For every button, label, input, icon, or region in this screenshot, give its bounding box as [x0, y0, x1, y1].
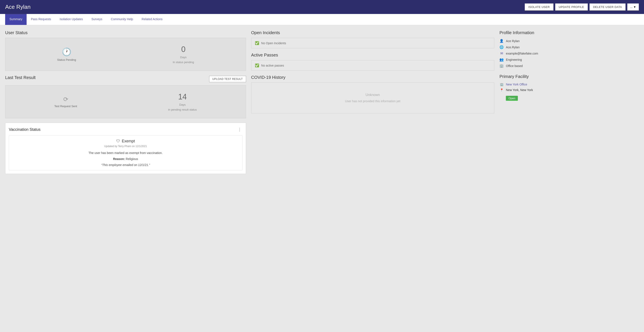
days-number: 0	[181, 45, 186, 54]
covid-history-card: Unknown User has not provided this infor…	[251, 83, 494, 113]
active-passes-section: Active Passes ✅ No active passes	[251, 53, 494, 71]
employee-quote: “This employee emailed on 12/1/21.”	[12, 163, 239, 167]
delete-user-data-button[interactable]: DELETE USER DATA	[590, 4, 626, 11]
no-incidents-label: No Open Incidents	[261, 42, 286, 45]
vaccination-card: 🛡 Exempt Updated by Terry Pham on 12/1/2…	[9, 135, 242, 170]
profile-info-section: Profile Information 👤 Ace Rylan 🌐 Ace.Ry…	[500, 30, 639, 69]
check-circle-icon: ✅	[255, 41, 259, 45]
reason-line: Reason: Religious	[12, 157, 239, 161]
user-status-section: User Status 🕐 Status Pending 0 Days In s…	[5, 30, 246, 71]
reason-value: Religious	[126, 157, 138, 161]
test-result-header: Last Test Result UPLOAD TEST RESULT	[5, 75, 246, 83]
tab-pass-requests[interactable]: Pass Requests	[26, 14, 55, 25]
vaccination-header: Vaccination Status ⋮	[9, 126, 242, 133]
profile-email-item: ✉ example@fakefake.com	[500, 50, 639, 57]
facility-open-badge: Open	[506, 96, 518, 101]
test-result-card: ⟳ Test Request Sent 14 Days in pending r…	[5, 85, 246, 118]
tabs-nav: Summary Pass Requests Isolation Updates …	[0, 14, 644, 25]
covid-history-section: COVID-19 History Unknown User has not pr…	[251, 75, 494, 113]
facility-building-icon: 🏢	[500, 83, 504, 86]
active-passes-card: ✅ No active passes	[251, 60, 494, 71]
profile-name-item: 👤 Ace Rylan	[500, 38, 639, 44]
days-pending-item: 14 Days in pending result status	[168, 92, 197, 111]
email-icon: ✉	[500, 51, 504, 55]
days-in-status-item: 0 Days In status pending	[173, 45, 194, 64]
shield-check-icon: 🛡	[116, 139, 120, 143]
test-request-sent-item: ⟳ Test Request Sent	[54, 96, 77, 108]
facility-name-item: 🏢 New York Office	[500, 82, 639, 87]
person-icon: 👤	[500, 39, 504, 43]
primary-facility-section: Primary Facility 🏢 New York Office 📍 New…	[500, 74, 639, 101]
vaccination-status-section: Vaccination Status ⋮ 🛡 Exempt Updated by…	[5, 123, 246, 174]
isolate-user-button[interactable]: ISOLATE USER	[525, 4, 554, 11]
more-options-button[interactable]: ... ▼	[627, 4, 639, 11]
profile-username-item: 🌐 Ace.Rylan	[500, 44, 639, 50]
tab-surveys[interactable]: Surveys	[87, 14, 106, 25]
active-passes-title: Active Passes	[251, 53, 494, 58]
spinner-icon: ⟳	[63, 96, 68, 103]
profile-work-type: Office based	[506, 64, 522, 68]
building-icon: 🏢	[500, 64, 504, 68]
facility-name-link[interactable]: New York Office	[506, 83, 527, 86]
covid-description: User has not provided this information y…	[345, 99, 400, 103]
days-label: Days	[180, 56, 187, 59]
vaccination-options-button[interactable]: ⋮	[237, 126, 242, 133]
open-incidents-title: Open Incidents	[251, 30, 494, 35]
people-icon: 👥	[500, 58, 504, 62]
tab-isolation-updates[interactable]: Isolation Updates	[55, 14, 87, 25]
upload-test-result-button[interactable]: UPLOAD TEST RESULT	[209, 76, 246, 82]
map-pin-icon: 📍	[500, 88, 504, 92]
left-column: User Status 🕐 Status Pending 0 Days In s…	[5, 30, 246, 324]
profile-info-title: Profile Information	[500, 30, 639, 35]
facility-location-item: 📍 New York, New York	[500, 87, 639, 93]
covid-unknown-label: Unknown	[366, 93, 380, 97]
profile-username: Ace.Rylan	[506, 46, 520, 49]
facility-location: New York, New York	[506, 88, 533, 92]
no-passes-label: No active passes	[261, 64, 284, 67]
reason-label: Reason:	[113, 157, 125, 161]
status-pending-item: 🕐 Status Pending	[57, 48, 76, 61]
tab-related-actions[interactable]: Related Actions	[137, 14, 167, 25]
exempt-title: 🛡 Exempt	[12, 139, 239, 143]
profile-work-type-item: 🏢 Office based	[500, 63, 639, 69]
user-status-title: User Status	[5, 30, 246, 35]
page-title: Ace Rylan	[5, 4, 31, 10]
covid-history-title: COVID-19 History	[251, 75, 494, 80]
profile-email: example@fakefake.com	[506, 52, 538, 55]
right-column: Profile Information 👤 Ace Rylan 🌐 Ace.Ry…	[500, 30, 639, 324]
test-days-number: 14	[178, 92, 187, 101]
test-result-title: Last Test Result	[5, 75, 36, 80]
profile-department: Engineering	[506, 58, 522, 61]
status-pending-label: Status Pending	[57, 58, 76, 61]
open-incidents-section: Open Incidents ✅ No Open Incidents	[251, 30, 494, 48]
test-status-label: Test Request Sent	[54, 105, 77, 108]
open-incidents-card: ✅ No Open Incidents	[251, 38, 494, 48]
check-circle-passes-icon: ✅	[255, 63, 259, 68]
exempt-label: Exempt	[122, 139, 135, 143]
primary-facility-title: Primary Facility	[500, 74, 639, 79]
header: Ace Rylan ISOLATE USER UPDATE PROFILE DE…	[0, 0, 644, 14]
tab-summary[interactable]: Summary	[5, 14, 26, 25]
pending-result-label: in pending result status	[168, 108, 197, 111]
test-days-label: Days	[179, 103, 186, 106]
exempt-description: The user has been marked as exempt from …	[12, 151, 239, 155]
main-content: User Status 🕐 Status Pending 0 Days In s…	[0, 25, 644, 329]
ellipsis-icon: ...	[630, 5, 632, 9]
user-status-card: 🕐 Status Pending 0 Days In status pendin…	[5, 38, 246, 71]
globe-icon: 🌐	[500, 45, 504, 49]
in-status-label: In status pending	[173, 61, 194, 64]
middle-column: Open Incidents ✅ No Open Incidents Activ…	[246, 30, 500, 324]
vaccination-title: Vaccination Status	[9, 127, 40, 132]
clock-icon: 🕐	[62, 48, 72, 57]
updated-by-text: Updated by Terry Pham on 12/1/2021	[12, 145, 239, 148]
test-result-section: Last Test Result UPLOAD TEST RESULT ⟳ Te…	[5, 75, 246, 118]
profile-name: Ace Rylan	[506, 39, 520, 43]
update-profile-button[interactable]: UPDATE PROFILE	[555, 4, 588, 11]
profile-department-item: 👥 Engineering	[500, 57, 639, 63]
tab-community-help[interactable]: Community Help	[106, 14, 137, 25]
header-actions: ISOLATE USER UPDATE PROFILE DELETE USER …	[525, 4, 639, 11]
chevron-down-icon: ▼	[633, 5, 636, 9]
